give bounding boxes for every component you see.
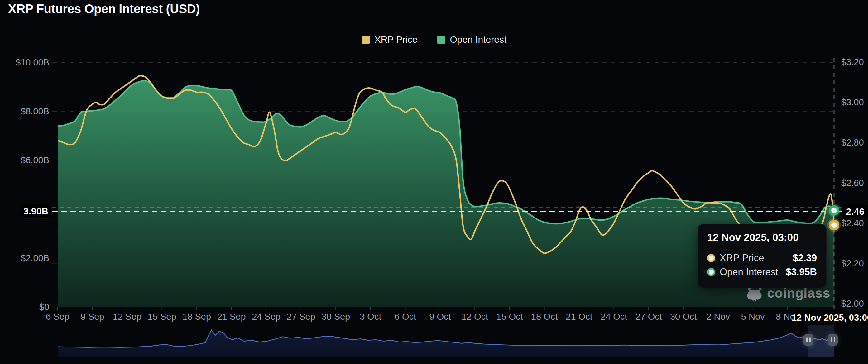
- xrp-price-dot-icon: [707, 254, 715, 262]
- x-axis-tick: 21 Oct: [566, 312, 592, 322]
- y-axis-right-tick: $2.00: [841, 299, 864, 309]
- x-axis-tick: 3 Oct: [360, 312, 381, 322]
- y-axis-right-tick: $2.60: [841, 178, 864, 188]
- tooltip-row-value: $3.95B: [786, 267, 817, 278]
- x-axis-tick: 9 Oct: [429, 312, 451, 322]
- x-axis-tick: 27 Oct: [635, 312, 662, 322]
- x-axis-tick: 2 Nov: [706, 312, 730, 322]
- coinglass-chart-page: XRP Futures Open Interest (USD) XRP Pric…: [0, 0, 868, 364]
- x-axis-tick: 30 Oct: [670, 312, 696, 322]
- tooltip-row-open-interest: Open Interest $3.95B: [707, 265, 817, 279]
- y-axis-right-tick: $3.20: [841, 57, 864, 67]
- crosshair-date-badge: 12 Nov 2025, 03:00: [795, 310, 868, 325]
- y-axis-right-tick: $3.00: [841, 97, 864, 108]
- y-axis-left-tick: $0: [0, 302, 49, 312]
- open-interest-dot-icon: [707, 268, 715, 276]
- open-interest-current-badge: 3.90B: [21, 204, 51, 219]
- x-axis-tick: 9 Sep: [81, 312, 104, 322]
- x-axis-tick: 6 Sep: [46, 312, 69, 322]
- tooltip-row-label: XRP Price: [720, 252, 764, 264]
- x-axis-tick: 12 Oct: [462, 312, 488, 322]
- x-axis-tick: 18 Sep: [182, 312, 211, 322]
- y-axis-right-tick: $2.20: [841, 258, 864, 268]
- x-axis-tick: 30 Sep: [321, 312, 350, 322]
- x-axis-tick: 5 Nov: [741, 312, 765, 322]
- tooltip: 12 Nov 2025, 03:00 XRP Price $2.39 Open …: [698, 224, 827, 288]
- y-axis-left-tick: $2.00B: [0, 253, 49, 263]
- y-axis-right-tick: $2.40: [841, 218, 864, 228]
- x-axis-tick: 21 Sep: [217, 312, 246, 322]
- x-axis-tick: 12 Sep: [113, 312, 142, 322]
- tooltip-row-xrp-price: XRP Price $2.39: [707, 251, 817, 265]
- x-axis-tick: 15 Sep: [148, 312, 177, 322]
- y-axis-left-tick: $10.00B: [0, 57, 49, 68]
- x-axis-tick: 24 Sep: [252, 312, 280, 322]
- x-axis-tick: 24 Oct: [600, 312, 627, 322]
- tooltip-row-label: Open Interest: [720, 267, 778, 278]
- tooltip-row-value: $2.39: [793, 252, 817, 264]
- navigator-right-pause-handle-icon[interactable]: [828, 334, 838, 345]
- x-axis-tick: 18 Oct: [531, 312, 558, 322]
- y-axis-right-tick: $2.80: [841, 138, 864, 148]
- x-axis-tick: 27 Sep: [287, 312, 315, 322]
- tooltip-title: 12 Nov 2025, 03:00: [707, 232, 817, 243]
- y-axis-left-tick: $8.00B: [0, 106, 49, 117]
- x-axis-tick: 15 Oct: [496, 312, 523, 322]
- main-chart-canvas[interactable]: [0, 0, 868, 364]
- navigator-left-pause-handle-icon[interactable]: [804, 334, 813, 345]
- x-axis-tick: 6 Oct: [395, 312, 416, 322]
- xrp-price-current-badge: 2.46: [841, 204, 868, 219]
- y-axis-left-tick: $6.00B: [0, 155, 49, 165]
